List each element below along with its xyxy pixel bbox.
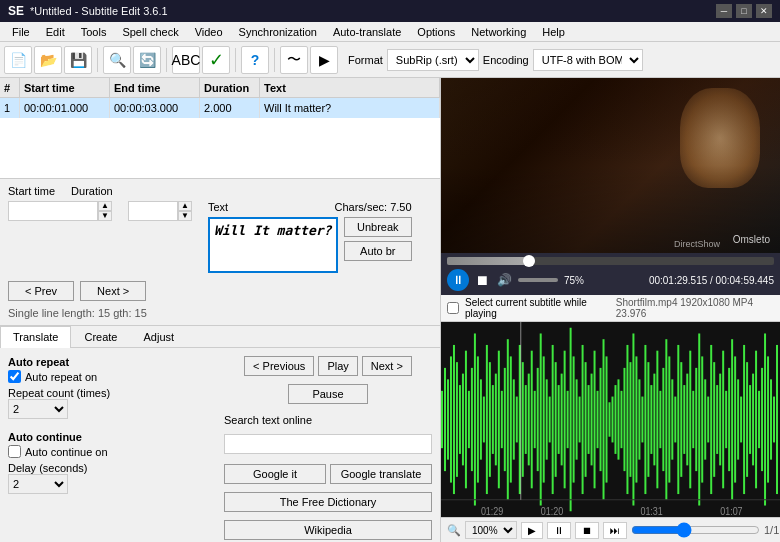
free-dict-button[interactable]: The Free Dictionary: [224, 492, 432, 512]
menu-sync[interactable]: Synchronization: [231, 24, 325, 40]
menu-tools[interactable]: Tools: [73, 24, 115, 40]
svg-rect-67: [638, 379, 640, 459]
search-online-input[interactable]: [224, 434, 432, 454]
duration-down[interactable]: ▼: [178, 211, 192, 221]
svg-rect-55: [603, 339, 605, 500]
delay-select[interactable]: 2: [8, 474, 68, 494]
prev-button[interactable]: < Prev: [8, 281, 74, 301]
google-it-button[interactable]: Google it: [224, 464, 326, 484]
menu-autotranslate[interactable]: Auto-translate: [325, 24, 409, 40]
select-while-playing-label: Select current subtitle while playing: [465, 297, 610, 319]
svg-rect-88: [701, 356, 703, 482]
menu-file[interactable]: File: [4, 24, 38, 40]
next-translate-button[interactable]: Next >: [362, 356, 412, 376]
replace-button[interactable]: 🔄: [133, 46, 161, 74]
open-button[interactable]: 📂: [34, 46, 62, 74]
save-button[interactable]: 💾: [64, 46, 92, 74]
new-button[interactable]: 📄: [4, 46, 32, 74]
start-time-down[interactable]: ▼: [98, 211, 112, 221]
start-time-input[interactable]: 00:00:01.000: [8, 201, 98, 221]
play-pause-button[interactable]: ⏸: [447, 269, 469, 291]
stop-button[interactable]: ⏹: [473, 270, 491, 290]
video-button[interactable]: ▶: [310, 46, 338, 74]
subtitle-textarea[interactable]: Will It matter?: [208, 217, 338, 273]
encoding-select[interactable]: UTF-8 with BOM: [533, 49, 643, 71]
waveform-controls: 🔍 100% ▶ ⏸ ⏹ ⏭ 1/1: [441, 517, 780, 542]
maximize-button[interactable]: □: [736, 4, 752, 18]
svg-rect-45: [573, 356, 575, 482]
auto-br-button[interactable]: Auto br: [344, 241, 412, 261]
svg-rect-96: [725, 391, 727, 448]
tab-adjust[interactable]: Adjust: [130, 326, 187, 347]
svg-rect-24: [510, 356, 512, 482]
svg-rect-112: [773, 397, 775, 443]
minimize-button[interactable]: ─: [716, 4, 732, 18]
progress-bar[interactable]: [447, 257, 774, 265]
waveform-button[interactable]: 〜: [280, 46, 308, 74]
waveform-scroll[interactable]: [631, 526, 760, 534]
start-time-up[interactable]: ▲: [98, 201, 112, 211]
search-button[interactable]: 🔍: [103, 46, 131, 74]
svg-rect-98: [731, 339, 733, 500]
svg-rect-25: [513, 379, 515, 459]
edit-area: Start time Duration 00:00:01.000 ▲ ▼: [0, 179, 440, 325]
waveform-next-button[interactable]: ⏭: [603, 522, 627, 539]
cell-end: 00:00:03.000: [110, 98, 200, 118]
repeat-count-select[interactable]: 2: [8, 399, 68, 419]
file-info: Shortfilm.mp4 1920x1080 MP4 23.976: [616, 297, 774, 319]
waveform-stop-button[interactable]: ⏹: [575, 522, 599, 539]
svg-rect-39: [555, 362, 557, 477]
format-label: Format: [348, 54, 383, 66]
svg-rect-19: [495, 374, 497, 466]
duration-input[interactable]: 2.000: [128, 201, 178, 221]
tab-translate[interactable]: Translate: [0, 326, 71, 348]
help-button[interactable]: ?: [241, 46, 269, 74]
volume-slider[interactable]: [518, 278, 558, 282]
zoom-select[interactable]: 100%: [465, 521, 517, 539]
table-row[interactable]: 1 00:00:01.000 00:00:03.000 2.000 Will I…: [0, 98, 440, 118]
waveform-container[interactable]: 01:29 01:20 01:31 01:07: [441, 322, 780, 517]
menu-help[interactable]: Help: [534, 24, 573, 40]
line-info: Single line length: 15 gth: 15: [8, 307, 432, 319]
svg-rect-38: [552, 345, 554, 494]
waveform-play-button[interactable]: ▶: [521, 522, 543, 539]
auto-repeat-label: Auto repeat: [8, 356, 216, 368]
unbreak-button[interactable]: Unbreak: [344, 217, 412, 237]
svg-rect-18: [492, 385, 494, 454]
svg-rect-29: [525, 385, 527, 454]
check-button[interactable]: ✓: [202, 46, 230, 74]
svg-rect-64: [629, 362, 631, 477]
pause-button[interactable]: Pause: [288, 384, 368, 404]
menu-edit[interactable]: Edit: [38, 24, 73, 40]
svg-rect-72: [653, 374, 655, 466]
spell-button[interactable]: ABC: [172, 46, 200, 74]
select-while-playing-checkbox[interactable]: [447, 302, 459, 314]
menu-spellcheck[interactable]: Spell check: [114, 24, 186, 40]
menu-bar: File Edit Tools Spell check Video Synchr…: [0, 22, 780, 42]
volume-icon: 🔊: [495, 271, 514, 289]
play-translate-button[interactable]: Play: [318, 356, 357, 376]
next-button[interactable]: Next >: [80, 281, 146, 301]
wikipedia-button[interactable]: Wikipedia: [224, 520, 432, 540]
menu-networking[interactable]: Networking: [463, 24, 534, 40]
repeat-count-label: Repeat count (times): [8, 387, 110, 399]
svg-rect-9: [465, 351, 467, 489]
svg-rect-100: [737, 379, 739, 459]
duration-up[interactable]: ▲: [178, 201, 192, 211]
auto-continue-checkbox[interactable]: [8, 445, 21, 458]
svg-rect-80: [677, 345, 679, 494]
svg-rect-44: [570, 328, 572, 512]
svg-rect-62: [623, 368, 625, 471]
waveform-pause-button[interactable]: ⏸: [547, 522, 571, 539]
tab-create[interactable]: Create: [71, 326, 130, 347]
menu-options[interactable]: Options: [409, 24, 463, 40]
google-translate-button[interactable]: Google translate: [330, 464, 432, 484]
menu-video[interactable]: Video: [187, 24, 231, 40]
svg-rect-113: [776, 345, 778, 494]
auto-repeat-checkbox[interactable]: [8, 370, 21, 383]
svg-rect-46: [576, 379, 578, 459]
close-button[interactable]: ✕: [756, 4, 772, 18]
previous-button[interactable]: < Previous: [244, 356, 314, 376]
auto-continue-on-label: Auto continue on: [25, 446, 108, 458]
format-select[interactable]: SubRip (.srt): [387, 49, 479, 71]
